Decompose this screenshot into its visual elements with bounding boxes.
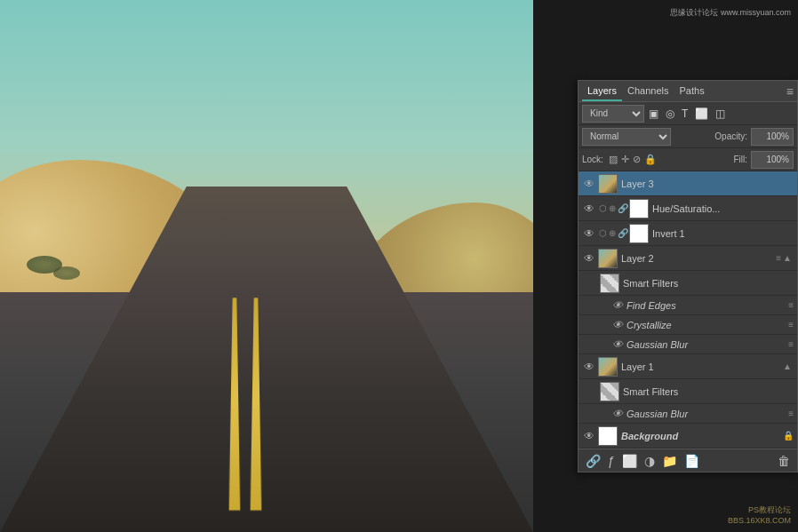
layers-panel: Layers Channels Paths ≡ Kind ▣ ◎ T ⬜ ◫ N…	[578, 80, 798, 472]
scroll-btn[interactable]: ▲	[781, 361, 794, 371]
visibility-icon[interactable]: 👁	[610, 319, 625, 331]
layer-name: Layer 2	[621, 253, 774, 264]
link-icon: ⊕	[609, 228, 616, 238]
filter-options-icon[interactable]: ≡	[788, 339, 794, 349]
filter-item[interactable]: 👁 Gaussian Blur ≡	[579, 404, 797, 424]
filter-name: Crystallize	[626, 320, 786, 330]
new-fill-layer-button[interactable]: ◑	[641, 454, 658, 468]
layer-thumbnail	[598, 174, 618, 194]
clip-icon: 🔗	[618, 203, 628, 213]
visibility-icon[interactable]: 👁	[610, 338, 625, 351]
watermark-top: 思缘设计论坛 www.missyuan.com	[670, 7, 791, 19]
scroll-btn[interactable]: ▲	[781, 253, 794, 263]
smart-filter-thumbnail	[600, 274, 619, 293]
panel-menu-button[interactable]: ≡	[786, 84, 794, 99]
link-layers-button[interactable]: 🔗	[582, 454, 604, 468]
layer-name: Hue/Saturatio...	[652, 203, 794, 214]
panel-footer: 🔗 ƒ ⬜ ◑ 📁 📄 🗑	[579, 449, 797, 472]
add-mask-button[interactable]: ⬜	[618, 454, 641, 468]
filter-item[interactable]: 👁 Find Edges ≡	[579, 296, 797, 315]
layer-thumbnail	[598, 357, 618, 377]
filter-pixel-icon[interactable]: ▣	[646, 107, 661, 121]
new-group-button[interactable]: 📁	[658, 454, 681, 468]
opacity-label: Opacity:	[714, 131, 747, 141]
layer-name: Layer 3	[621, 179, 794, 189]
filter-item[interactable]: 👁 Gaussian Blur ≡	[579, 335, 797, 354]
watermark-bottom: PS教程论坛BBS.16XK8.COM	[728, 504, 791, 525]
layer-thumbnail	[598, 249, 618, 268]
opacity-input[interactable]	[751, 128, 794, 146]
kind-select[interactable]: Kind	[582, 105, 644, 123]
filter-options-icon[interactable]: ≡	[788, 300, 794, 310]
layer-thumbnail	[629, 224, 649, 243]
visibility-icon[interactable]: 👁	[610, 408, 625, 420]
visibility-icon[interactable]: 👁	[582, 252, 596, 265]
scene-background	[0, 0, 533, 532]
layer-name: Background	[621, 431, 781, 441]
layer-name: Layer 1	[621, 361, 781, 372]
layer-item[interactable]: 👁 Layer 2 ≡ ▲	[579, 246, 797, 271]
lock-move-icon[interactable]: ✛	[619, 154, 631, 165]
lock-checker-icon[interactable]: ▨	[607, 154, 619, 165]
tab-paths[interactable]: Paths	[674, 82, 710, 101]
lock-label: Lock:	[582, 155, 603, 164]
filter-name: Gaussian Blur	[626, 339, 786, 350]
fill-input[interactable]	[751, 151, 794, 169]
lock-paint-icon[interactable]: ⊘	[631, 154, 642, 165]
lock-icon: 🔒	[783, 431, 794, 441]
lock-all-icon[interactable]: 🔒	[642, 154, 658, 165]
smart-filters-item[interactable]: Smart Filters	[579, 379, 797, 404]
blend-mode-select[interactable]: Normal	[582, 128, 671, 146]
chain-icon: ⬡	[599, 228, 607, 238]
visibility-icon[interactable]: 👁	[610, 299, 625, 312]
lock-fill-row: Lock: ▨ ✛ ⊘ 🔒 Fill:	[579, 148, 797, 171]
tab-layers[interactable]: Layers	[582, 82, 622, 101]
bush	[53, 266, 80, 280]
panel-tab-bar: Layers Channels Paths ≡	[579, 81, 797, 102]
smart-filter-thumbnail	[600, 382, 619, 401]
filter-type-icon[interactable]: T	[679, 107, 690, 121]
layers-list: 👁 Layer 3 👁 ⬡ ⊕ 🔗 Hue/Saturatio... 👁 ⬡ ⊕…	[579, 171, 797, 449]
clip-icon: 🔗	[618, 228, 628, 238]
layer-item[interactable]: 👁 Background 🔒	[579, 424, 797, 449]
filter-options-icon[interactable]: ≡	[788, 320, 794, 330]
kind-filter-row: Kind ▣ ◎ T ⬜ ◫	[579, 102, 797, 125]
filter-name: Find Edges	[626, 300, 786, 311]
smart-filters-label: Smart Filters	[623, 386, 794, 397]
fill-label: Fill:	[733, 155, 747, 164]
smart-filters-item[interactable]: Smart Filters	[579, 271, 797, 296]
filter-shape-icon[interactable]: ⬜	[692, 107, 711, 121]
link-icon: ⊕	[609, 203, 616, 213]
delete-layer-button[interactable]: 🗑	[774, 454, 794, 468]
layer-item[interactable]: 👁 ⬡ ⊕ 🔗 Invert 1	[579, 221, 797, 246]
visibility-icon[interactable]: 👁	[582, 202, 596, 215]
filter-name: Gaussian Blur	[626, 409, 786, 419]
layer-thumbnail	[629, 199, 649, 218]
filter-options-icon[interactable]: ≡	[788, 409, 794, 418]
smart-filters-label: Smart Filters	[623, 278, 794, 289]
filter-smart-icon[interactable]: ◫	[713, 107, 728, 121]
new-layer-button[interactable]: 📄	[681, 454, 703, 468]
tab-channels[interactable]: Channels	[622, 82, 674, 101]
layer-item[interactable]: 👁 Layer 3	[579, 171, 797, 196]
filter-adjustment-icon[interactable]: ◎	[663, 107, 677, 121]
blend-opacity-row: Normal Opacity:	[579, 125, 797, 148]
visibility-icon[interactable]: 👁	[582, 178, 596, 190]
visibility-icon[interactable]: 👁	[582, 227, 596, 240]
visibility-icon[interactable]: 👁	[582, 361, 596, 373]
layer-thumbnail	[598, 426, 618, 446]
add-style-button[interactable]: ƒ	[604, 454, 618, 468]
chain-icon: ⬡	[599, 203, 607, 213]
filter-item[interactable]: 👁 Crystallize ≡	[579, 315, 797, 335]
layer-name: Invert 1	[652, 228, 794, 239]
visibility-icon[interactable]: 👁	[582, 430, 596, 442]
layer-item[interactable]: 👁 Layer 1 ▲	[579, 354, 797, 379]
layer-item[interactable]: 👁 ⬡ ⊕ 🔗 Hue/Saturatio...	[579, 196, 797, 221]
